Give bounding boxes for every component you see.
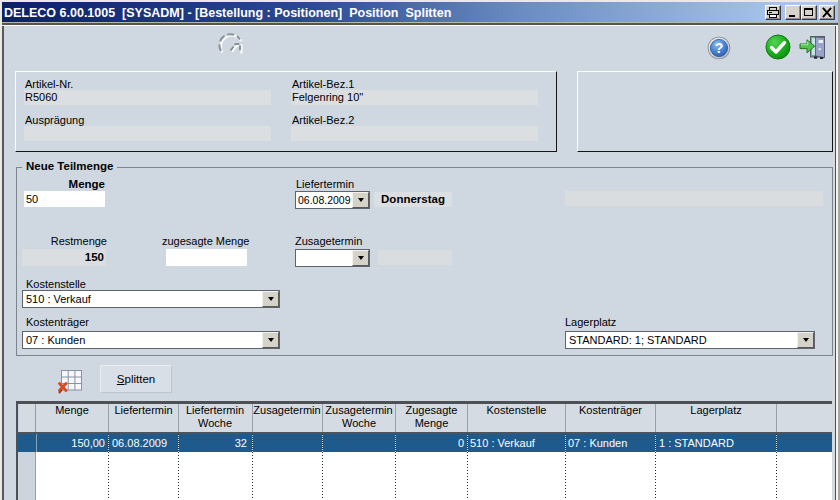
svg-text:?: ? (715, 40, 724, 56)
